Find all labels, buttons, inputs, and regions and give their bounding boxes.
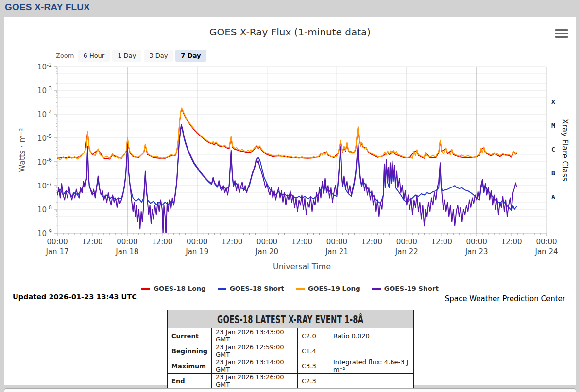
y-tick-label: 10-7 bbox=[26, 181, 52, 190]
table-row: Maximum 23 Jan 2026 13:14:00 GMT C3.3 In… bbox=[168, 358, 414, 374]
x-tick-date-label: Jan 17 bbox=[40, 247, 74, 256]
legend-item-goes18-long[interactable]: GOES-18 Long bbox=[141, 285, 206, 292]
x-tick-time-label: 12:00 bbox=[285, 238, 319, 246]
flare-class-label: B bbox=[551, 170, 561, 177]
legend-item-goes19-long[interactable]: GOES-19 Long bbox=[296, 285, 360, 292]
page-title: GOES X-RAY FLUX bbox=[5, 2, 90, 13]
y-tick-label: 10-8 bbox=[26, 205, 52, 214]
y-tick-label: 10-4 bbox=[26, 109, 52, 119]
x-tick-time-label: 12:00 bbox=[495, 238, 529, 246]
table-header-row: GOES-18 LATEST X-RAY EVENT 1-8Å bbox=[168, 310, 414, 328]
legend-dash-icon bbox=[141, 288, 150, 290]
x-tick-date-label: Jan 18 bbox=[110, 247, 144, 256]
table-row: Beginning 23 Jan 2026 12:59:00 GMT C1.4 bbox=[168, 343, 414, 358]
y-tick-label: 10-9 bbox=[26, 228, 52, 238]
x-tick-time-label: 00:00 bbox=[110, 238, 144, 246]
table-row: Current 23 Jan 2026 13:43:00 GMT C2.0 Ra… bbox=[168, 328, 414, 343]
x-tick-date-label: Jan 21 bbox=[320, 247, 354, 256]
x-tick-date-label: Jan 24 bbox=[529, 247, 563, 256]
event-table-title: GOES-18 LATEST X-RAY EVENT 1-8Å bbox=[217, 313, 363, 325]
legend-dash-icon bbox=[296, 288, 305, 290]
updated-timestamp: Updated 2026-01-23 13:43 UTC bbox=[13, 293, 137, 301]
y-tick-label: 10-2 bbox=[26, 62, 52, 71]
x-tick-time-label: 00:00 bbox=[180, 238, 214, 246]
credit-text: Space Weather Prediction Center bbox=[445, 294, 565, 303]
y-tick-label: 10-5 bbox=[26, 133, 52, 143]
right-axis-title: Xray Flare Class bbox=[561, 119, 570, 182]
x-axis-title: Universal Time bbox=[57, 262, 546, 271]
x-tick-time-label: 12:00 bbox=[355, 238, 389, 246]
table-row: End 23 Jan 2026 13:26:00 GMT C2.3 bbox=[168, 374, 414, 389]
x-tick-time-label: 12:00 bbox=[75, 238, 109, 246]
x-tick-date-label: Jan 20 bbox=[250, 247, 284, 256]
x-tick-time-label: 00:00 bbox=[40, 238, 74, 246]
chart-legend: GOES-18 Long GOES-18 Short GOES-19 Long … bbox=[4, 285, 576, 292]
x-tick-date-label: Jan 23 bbox=[460, 247, 494, 256]
x-tick-time-label: 12:00 bbox=[425, 238, 459, 246]
y-axis-title: Watts · m⁻² bbox=[17, 128, 27, 172]
x-tick-time-label: 00:00 bbox=[320, 238, 354, 246]
x-tick-time-label: 12:00 bbox=[215, 238, 249, 246]
x-tick-time-label: 00:00 bbox=[529, 238, 563, 246]
x-tick-time-label: 12:00 bbox=[145, 238, 179, 246]
x-tick-time-label: 00:00 bbox=[250, 238, 284, 246]
page-header: GOES X-RAY FLUX bbox=[5, 2, 90, 13]
legend-item-goes18-short[interactable]: GOES-18 Short bbox=[218, 285, 284, 292]
x-tick-date-label: Jan 19 bbox=[180, 247, 214, 256]
latest-xray-event-table: GOES-18 LATEST X-RAY EVENT 1-8Å Current … bbox=[167, 310, 414, 389]
y-tick-label: 10-3 bbox=[26, 85, 52, 95]
flare-class-label: A bbox=[551, 193, 561, 201]
xray-flux-panel: GOES X-Ray Flux (1-minute data) Zoom 6 H… bbox=[4, 17, 576, 385]
legend-dash-icon bbox=[218, 288, 226, 290]
y-tick-label: 10-6 bbox=[26, 157, 52, 167]
x-tick-date-label: Jan 22 bbox=[390, 247, 424, 256]
flare-class-label: M bbox=[551, 122, 561, 129]
flare-class-label: C bbox=[551, 146, 561, 153]
x-tick-time-label: 00:00 bbox=[390, 238, 424, 246]
legend-dash-icon bbox=[372, 288, 381, 290]
legend-item-goes19-short[interactable]: GOES-19 Short bbox=[372, 285, 439, 292]
flare-class-label: X bbox=[551, 98, 561, 105]
next-panel-edge bbox=[4, 388, 576, 392]
x-tick-time-label: 00:00 bbox=[460, 238, 494, 246]
